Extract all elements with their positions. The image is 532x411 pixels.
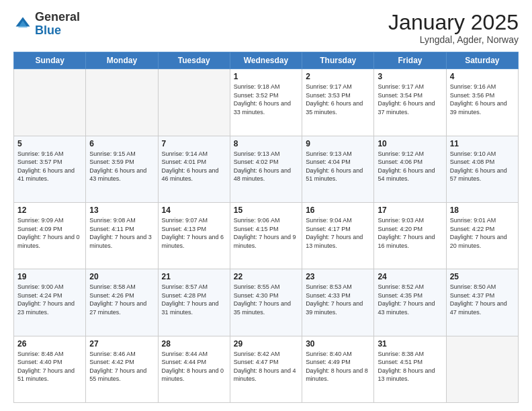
calendar-cell: 28Sunrise: 8:44 AM Sunset: 4:44 PM Dayli… <box>158 336 230 402</box>
calendar-cell: 27Sunrise: 8:46 AM Sunset: 4:42 PM Dayli… <box>86 336 158 402</box>
header: General Blue January 2025 Lyngdal, Agder… <box>13 11 519 45</box>
location-subtitle: Lyngdal, Agder, Norway <box>388 34 519 45</box>
day-number: 15 <box>234 205 298 215</box>
month-title: January 2025 <box>388 11 519 34</box>
day-number: 23 <box>306 272 370 281</box>
calendar-cell: 5Sunrise: 9:16 AM Sunset: 3:57 PM Daylig… <box>14 136 86 202</box>
calendar-cell: 26Sunrise: 8:48 AM Sunset: 4:40 PM Dayli… <box>14 336 86 402</box>
calendar-cell <box>86 69 158 136</box>
calendar-cell: 6Sunrise: 9:15 AM Sunset: 3:59 PM Daylig… <box>86 136 158 202</box>
day-info: Sunrise: 9:06 AM Sunset: 4:15 PM Dayligh… <box>234 216 298 250</box>
calendar-cell: 22Sunrise: 8:55 AM Sunset: 4:30 PM Dayli… <box>230 269 302 336</box>
day-header-sunday: Sunday <box>14 52 86 69</box>
day-info: Sunrise: 8:50 AM Sunset: 4:37 PM Dayligh… <box>450 283 515 316</box>
calendar-cell: 30Sunrise: 8:40 AM Sunset: 4:49 PM Dayli… <box>302 336 374 402</box>
week-row-2: 5Sunrise: 9:16 AM Sunset: 3:57 PM Daylig… <box>14 136 519 202</box>
day-info: Sunrise: 9:16 AM Sunset: 3:56 PM Dayligh… <box>450 83 515 116</box>
title-block: January 2025 Lyngdal, Agder, Norway <box>388 11 519 45</box>
day-info: Sunrise: 8:48 AM Sunset: 4:40 PM Dayligh… <box>17 350 82 383</box>
week-row-3: 12Sunrise: 9:09 AM Sunset: 4:09 PM Dayli… <box>14 202 519 269</box>
day-number: 17 <box>378 205 442 215</box>
calendar-cell: 19Sunrise: 9:00 AM Sunset: 4:24 PM Dayli… <box>14 269 86 336</box>
page: General Blue January 2025 Lyngdal, Agder… <box>0 0 532 411</box>
day-number: 2 <box>306 72 370 81</box>
day-number: 31 <box>378 339 442 349</box>
day-number: 8 <box>234 139 298 148</box>
day-number: 29 <box>234 339 298 349</box>
day-number: 25 <box>450 272 515 281</box>
day-info: Sunrise: 8:44 AM Sunset: 4:44 PM Dayligh… <box>162 350 226 383</box>
day-info: Sunrise: 8:46 AM Sunset: 4:42 PM Dayligh… <box>89 350 154 383</box>
day-info: Sunrise: 9:16 AM Sunset: 3:57 PM Dayligh… <box>17 150 82 183</box>
day-info: Sunrise: 9:13 AM Sunset: 4:02 PM Dayligh… <box>234 150 298 183</box>
day-info: Sunrise: 9:15 AM Sunset: 3:59 PM Dayligh… <box>89 150 154 183</box>
day-info: Sunrise: 8:58 AM Sunset: 4:26 PM Dayligh… <box>89 283 154 316</box>
day-number: 22 <box>234 272 298 281</box>
calendar-cell: 3Sunrise: 9:17 AM Sunset: 3:54 PM Daylig… <box>374 69 446 136</box>
day-number: 7 <box>162 139 226 148</box>
day-header-saturday: Saturday <box>446 52 518 69</box>
day-info: Sunrise: 9:01 AM Sunset: 4:22 PM Dayligh… <box>450 216 515 250</box>
day-number: 19 <box>17 272 82 281</box>
calendar-cell: 25Sunrise: 8:50 AM Sunset: 4:37 PM Dayli… <box>446 269 518 336</box>
calendar-cell: 1Sunrise: 9:18 AM Sunset: 3:52 PM Daylig… <box>230 69 302 136</box>
calendar-cell: 4Sunrise: 9:16 AM Sunset: 3:56 PM Daylig… <box>446 69 518 136</box>
day-number: 28 <box>162 339 226 349</box>
day-info: Sunrise: 9:09 AM Sunset: 4:09 PM Dayligh… <box>17 216 82 250</box>
calendar-cell <box>14 69 86 136</box>
day-header-thursday: Thursday <box>302 52 374 69</box>
calendar-cell: 10Sunrise: 9:12 AM Sunset: 4:06 PM Dayli… <box>374 136 446 202</box>
day-number: 21 <box>162 272 226 281</box>
day-info: Sunrise: 9:14 AM Sunset: 4:01 PM Dayligh… <box>162 150 226 183</box>
day-header-wednesday: Wednesday <box>230 52 302 69</box>
day-info: Sunrise: 9:07 AM Sunset: 4:13 PM Dayligh… <box>162 216 226 250</box>
calendar-cell: 17Sunrise: 9:03 AM Sunset: 4:20 PM Dayli… <box>374 202 446 269</box>
day-info: Sunrise: 8:38 AM Sunset: 4:51 PM Dayligh… <box>378 350 442 383</box>
day-info: Sunrise: 9:17 AM Sunset: 3:53 PM Dayligh… <box>306 83 370 116</box>
week-row-1: 1Sunrise: 9:18 AM Sunset: 3:52 PM Daylig… <box>14 69 519 136</box>
calendar-cell: 18Sunrise: 9:01 AM Sunset: 4:22 PM Dayli… <box>446 202 518 269</box>
day-info: Sunrise: 9:12 AM Sunset: 4:06 PM Dayligh… <box>378 150 442 183</box>
day-info: Sunrise: 9:00 AM Sunset: 4:24 PM Dayligh… <box>17 283 82 316</box>
calendar-cell: 11Sunrise: 9:10 AM Sunset: 4:08 PM Dayli… <box>446 136 518 202</box>
day-info: Sunrise: 9:08 AM Sunset: 4:11 PM Dayligh… <box>89 216 154 250</box>
calendar-cell: 12Sunrise: 9:09 AM Sunset: 4:09 PM Dayli… <box>14 202 86 269</box>
day-header-friday: Friday <box>374 52 446 69</box>
calendar-cell: 9Sunrise: 9:13 AM Sunset: 4:04 PM Daylig… <box>302 136 374 202</box>
day-number: 11 <box>450 139 515 148</box>
calendar-cell: 13Sunrise: 9:08 AM Sunset: 4:11 PM Dayli… <box>86 202 158 269</box>
day-number: 12 <box>17 205 82 215</box>
calendar-cell: 15Sunrise: 9:06 AM Sunset: 4:15 PM Dayli… <box>230 202 302 269</box>
day-info: Sunrise: 9:13 AM Sunset: 4:04 PM Dayligh… <box>306 150 370 183</box>
day-number: 3 <box>378 72 442 81</box>
day-info: Sunrise: 8:52 AM Sunset: 4:35 PM Dayligh… <box>378 283 442 316</box>
day-number: 20 <box>89 272 154 281</box>
day-info: Sunrise: 9:03 AM Sunset: 4:20 PM Dayligh… <box>378 216 442 250</box>
day-number: 5 <box>17 139 82 148</box>
day-number: 14 <box>162 205 226 215</box>
day-number: 9 <box>306 139 370 148</box>
calendar-cell: 16Sunrise: 9:04 AM Sunset: 4:17 PM Dayli… <box>302 202 374 269</box>
calendar-cell <box>446 336 518 402</box>
calendar-cell: 29Sunrise: 8:42 AM Sunset: 4:47 PM Dayli… <box>230 336 302 402</box>
day-number: 18 <box>450 205 515 215</box>
day-header-row: SundayMondayTuesdayWednesdayThursdayFrid… <box>14 52 519 69</box>
day-number: 6 <box>89 139 154 148</box>
calendar-cell: 8Sunrise: 9:13 AM Sunset: 4:02 PM Daylig… <box>230 136 302 202</box>
day-number: 13 <box>89 205 154 215</box>
day-number: 27 <box>89 339 154 349</box>
calendar-cell: 2Sunrise: 9:17 AM Sunset: 3:53 PM Daylig… <box>302 69 374 136</box>
calendar-cell: 23Sunrise: 8:53 AM Sunset: 4:33 PM Dayli… <box>302 269 374 336</box>
day-number: 30 <box>306 339 370 349</box>
calendar-cell: 20Sunrise: 8:58 AM Sunset: 4:26 PM Dayli… <box>86 269 158 336</box>
day-number: 16 <box>306 205 370 215</box>
logo-icon <box>13 15 32 34</box>
day-number: 26 <box>17 339 82 349</box>
week-row-4: 19Sunrise: 9:00 AM Sunset: 4:24 PM Dayli… <box>14 269 519 336</box>
day-number: 10 <box>378 139 442 148</box>
calendar: SundayMondayTuesdayWednesdayThursdayFrid… <box>13 52 519 403</box>
day-number: 1 <box>234 72 298 81</box>
day-info: Sunrise: 9:04 AM Sunset: 4:17 PM Dayligh… <box>306 216 370 250</box>
day-info: Sunrise: 8:53 AM Sunset: 4:33 PM Dayligh… <box>306 283 370 316</box>
day-info: Sunrise: 8:40 AM Sunset: 4:49 PM Dayligh… <box>306 350 370 383</box>
